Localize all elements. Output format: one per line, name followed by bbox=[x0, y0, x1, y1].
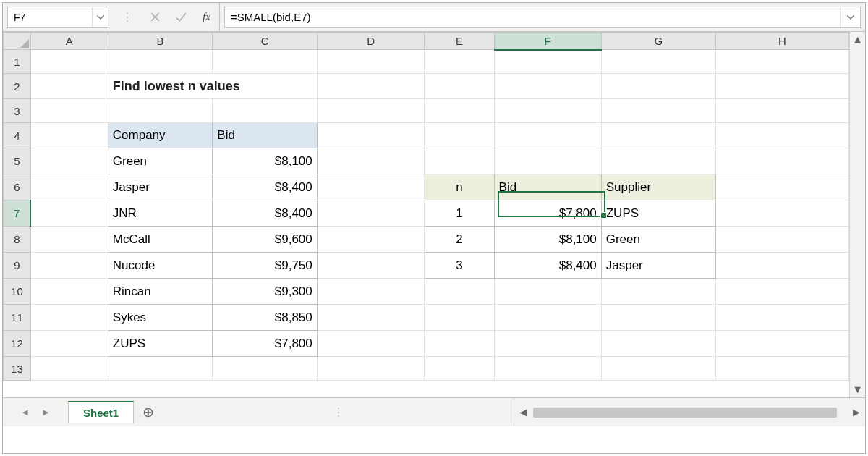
cell-b2[interactable]: Find lowest n values bbox=[108, 74, 317, 99]
hscroll-track[interactable] bbox=[532, 408, 848, 418]
cell-d5[interactable] bbox=[317, 148, 425, 174]
cell-e9[interactable]: 3 bbox=[425, 253, 494, 279]
insert-function-button[interactable]: fx bbox=[194, 3, 220, 31]
row-header-10[interactable]: 10 bbox=[4, 279, 31, 305]
cell-c4[interactable]: Bid bbox=[213, 123, 317, 148]
cell-g9[interactable]: Jasper bbox=[601, 253, 715, 279]
cell-d2[interactable] bbox=[317, 74, 425, 99]
col-header-b[interactable]: B bbox=[108, 33, 213, 50]
tab-split-handle[interactable]: ⋮ bbox=[163, 398, 514, 426]
cell-d8[interactable] bbox=[317, 227, 425, 253]
cell-c8[interactable]: $9,600 bbox=[213, 227, 317, 253]
scroll-right-icon[interactable]: ► bbox=[848, 406, 865, 419]
cell-d1[interactable] bbox=[317, 50, 425, 74]
cell-d12[interactable] bbox=[317, 331, 425, 357]
cell-h1[interactable] bbox=[715, 50, 848, 74]
cell-e12[interactable] bbox=[425, 331, 494, 357]
cell-g11[interactable] bbox=[601, 305, 715, 331]
cell-g7[interactable]: ZUPS bbox=[601, 200, 715, 227]
cell-b5[interactable]: Green bbox=[108, 148, 213, 174]
cell-c6[interactable]: $8,400 bbox=[213, 174, 317, 200]
row-header-13[interactable]: 13 bbox=[4, 357, 31, 381]
cell-g5[interactable] bbox=[601, 148, 715, 174]
cell-e3[interactable] bbox=[425, 99, 494, 123]
row-header-6[interactable]: 6 bbox=[4, 174, 31, 200]
cell-a9[interactable] bbox=[30, 253, 108, 279]
cell-d10[interactable] bbox=[317, 279, 425, 305]
cell-e5[interactable] bbox=[425, 148, 494, 174]
row-header-5[interactable]: 5 bbox=[4, 148, 31, 174]
cell-f5[interactable] bbox=[494, 148, 601, 174]
cell-a10[interactable] bbox=[30, 279, 108, 305]
cell-d4[interactable] bbox=[317, 123, 425, 148]
cell-g13[interactable] bbox=[601, 357, 715, 381]
col-header-e[interactable]: E bbox=[425, 33, 494, 50]
cell-g10[interactable] bbox=[601, 279, 715, 305]
cell-e4[interactable] bbox=[425, 123, 494, 148]
cell-e13[interactable] bbox=[425, 357, 494, 381]
cell-b4[interactable]: Company bbox=[108, 123, 213, 148]
select-all-corner[interactable] bbox=[4, 33, 31, 50]
spreadsheet-grid[interactable]: A B C D E F G H 1 2 Find bbox=[3, 32, 849, 381]
cell-e6[interactable]: n bbox=[425, 174, 494, 200]
cell-h11[interactable] bbox=[715, 305, 848, 331]
col-header-h[interactable]: H bbox=[715, 33, 848, 50]
cell-f1[interactable] bbox=[494, 50, 601, 74]
cell-e8[interactable]: 2 bbox=[425, 227, 494, 253]
name-box-dropdown-icon[interactable] bbox=[92, 7, 108, 27]
name-box[interactable]: F7 bbox=[7, 7, 109, 28]
col-header-f[interactable]: F bbox=[494, 33, 601, 50]
cell-a13[interactable] bbox=[30, 357, 108, 381]
cell-f6[interactable]: Bid bbox=[494, 174, 601, 200]
row-header-1[interactable]: 1 bbox=[4, 50, 31, 74]
prev-sheet-icon[interactable]: ◄ bbox=[20, 407, 30, 418]
cell-c11[interactable]: $8,850 bbox=[213, 305, 317, 331]
cell-a3[interactable] bbox=[30, 99, 108, 123]
cell-f11[interactable] bbox=[494, 305, 601, 331]
cell-h3[interactable] bbox=[715, 99, 848, 123]
cell-g4[interactable] bbox=[601, 123, 715, 148]
cell-h9[interactable] bbox=[715, 253, 848, 279]
expand-formula-bar-icon[interactable] bbox=[840, 7, 860, 27]
col-header-g[interactable]: G bbox=[601, 33, 715, 50]
horizontal-scrollbar[interactable]: ◄ ► bbox=[514, 398, 865, 426]
cell-d7[interactable] bbox=[317, 200, 425, 227]
cell-g2[interactable] bbox=[601, 74, 715, 99]
row-header-8[interactable]: 8 bbox=[4, 227, 31, 253]
cell-c3[interactable] bbox=[213, 99, 317, 123]
row-header-7[interactable]: 7 bbox=[4, 200, 31, 227]
vertical-scrollbar[interactable]: ▲ ▼ bbox=[849, 32, 865, 397]
cell-d13[interactable] bbox=[317, 357, 425, 381]
cell-c13[interactable] bbox=[213, 357, 317, 381]
cell-b3[interactable] bbox=[108, 99, 213, 123]
cell-b11[interactable]: Sykes bbox=[108, 305, 213, 331]
cell-a7[interactable] bbox=[30, 200, 108, 227]
cell-b7[interactable]: JNR bbox=[108, 200, 213, 227]
cell-c12[interactable]: $7,800 bbox=[213, 331, 317, 357]
cell-a2[interactable] bbox=[30, 74, 108, 99]
row-header-4[interactable]: 4 bbox=[4, 123, 31, 148]
cell-a6[interactable] bbox=[30, 174, 108, 200]
add-sheet-button[interactable]: ⊕ bbox=[134, 398, 163, 426]
cell-a8[interactable] bbox=[30, 227, 108, 253]
cell-h5[interactable] bbox=[715, 148, 848, 174]
cancel-formula-button[interactable] bbox=[142, 3, 168, 31]
cell-e7[interactable]: 1 bbox=[425, 200, 494, 227]
cell-f8[interactable]: $8,100 bbox=[494, 227, 601, 253]
cell-g6[interactable]: Supplier bbox=[601, 174, 715, 200]
cell-h10[interactable] bbox=[715, 279, 848, 305]
cell-f4[interactable] bbox=[494, 123, 601, 148]
scroll-left-icon[interactable]: ◄ bbox=[514, 406, 532, 419]
row-header-2[interactable]: 2 bbox=[4, 74, 31, 99]
cell-d9[interactable] bbox=[317, 253, 425, 279]
cell-h4[interactable] bbox=[715, 123, 848, 148]
cell-b12[interactable]: ZUPS bbox=[108, 331, 213, 357]
cell-h8[interactable] bbox=[715, 227, 848, 253]
cell-f9[interactable]: $8,400 bbox=[494, 253, 601, 279]
cell-d11[interactable] bbox=[317, 305, 425, 331]
cell-c7[interactable]: $8,400 bbox=[213, 200, 317, 227]
cell-h7[interactable] bbox=[715, 200, 848, 227]
row-header-9[interactable]: 9 bbox=[4, 253, 31, 279]
hscroll-thumb[interactable] bbox=[533, 408, 837, 418]
cell-e10[interactable] bbox=[425, 279, 494, 305]
